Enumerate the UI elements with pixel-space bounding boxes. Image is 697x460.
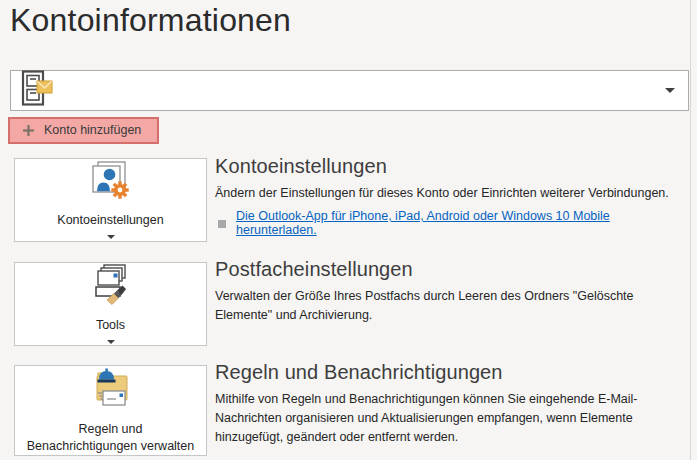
add-account-button[interactable]: Konto hinzufügen bbox=[8, 117, 159, 144]
square-bullet-icon bbox=[218, 220, 226, 228]
account-settings-button[interactable]: Kontoeinstellungen bbox=[14, 158, 207, 242]
manage-rules-alerts-button[interactable]: Regeln und Benachrichtigungen verwalten bbox=[14, 365, 207, 456]
section-description: Verwalten der Größe Ihres Postfachs durc… bbox=[215, 287, 691, 325]
data-file-icon bbox=[16, 70, 56, 111]
account-settings-button-label: Kontoeinstellungen bbox=[57, 212, 163, 229]
account-settings-section: Kontoeinstellungen Ändern der Einstellun… bbox=[215, 155, 691, 237]
chevron-down-icon bbox=[665, 88, 675, 93]
manage-rules-alerts-button-label: Regeln und Benachrichtigungen verwalten bbox=[27, 421, 194, 455]
outlook-app-download-link[interactable]: Die Outlook-App für iPhone, iPad, Androi… bbox=[236, 209, 691, 237]
rules-alerts-section: Regeln und Benachrichtigungen Mithilfe v… bbox=[215, 361, 691, 447]
account-dropdown[interactable] bbox=[10, 70, 689, 111]
rules-alerts-icon bbox=[87, 366, 135, 414]
tools-button-label: Tools bbox=[96, 317, 125, 334]
chevron-down-icon bbox=[107, 235, 115, 239]
mailbox-settings-section: Postfacheinstellungen Verwalten der Größ… bbox=[215, 258, 691, 325]
section-heading: Regeln und Benachrichtigungen bbox=[215, 361, 691, 384]
section-description: Ändern der Einstellungen für dieses Kont… bbox=[215, 184, 691, 203]
section-heading: Kontoeinstellungen bbox=[215, 155, 691, 178]
add-account-label: Konto hinzufügen bbox=[44, 123, 141, 137]
plus-icon bbox=[23, 125, 34, 136]
section-heading: Postfacheinstellungen bbox=[215, 258, 691, 281]
chevron-down-icon bbox=[107, 340, 115, 344]
cleanup-tools-icon bbox=[89, 264, 133, 310]
account-settings-icon bbox=[88, 161, 134, 205]
account-information-page: Kontoinformationen Konto hinzufügen bbox=[0, 0, 697, 460]
tools-button[interactable]: Tools bbox=[14, 262, 207, 346]
section-description: Mithilfe von Regeln und Benachrichtigung… bbox=[215, 390, 662, 447]
outlook-app-link-row: Die Outlook-App für iPhone, iPad, Androi… bbox=[215, 209, 691, 237]
page-title: Kontoinformationen bbox=[10, 2, 291, 39]
